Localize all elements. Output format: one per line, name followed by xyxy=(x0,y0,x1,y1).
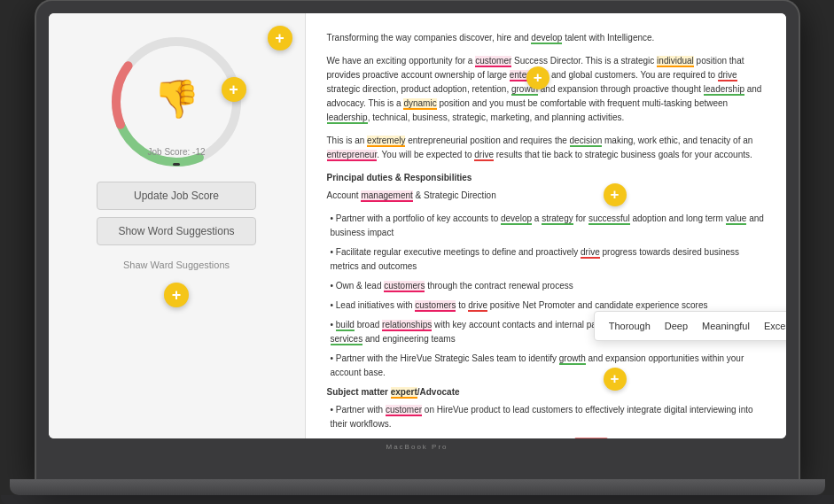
show-word-suggestions-button[interactable]: Show Word Suggestions xyxy=(97,217,256,245)
top-right-plus-button[interactable]: + xyxy=(268,26,292,50)
highlight-successful: successful xyxy=(588,213,630,225)
highlight-decision: decision xyxy=(570,136,603,147)
highlight-strong: Strong xyxy=(574,438,608,438)
bullet-6: • Partner with the HireVue Strategic Sal… xyxy=(327,352,765,380)
para-2: We have an exciting opportunity for a cu… xyxy=(327,54,765,125)
doc-plus-3[interactable]: + xyxy=(604,368,627,391)
highlight-drive3: drive xyxy=(581,247,600,259)
bullet-8: • Advocate for customers internally help… xyxy=(327,437,765,438)
para-3: This is an extremely entrepreneurial pos… xyxy=(327,134,765,162)
score-indicator xyxy=(173,163,180,166)
laptop-body: 👎 Job Score: -12 + Update Job Score Show… xyxy=(36,1,799,479)
suggestion-popup: Thorough Deep Meaningful Excellent xyxy=(594,311,786,341)
section-header-3: Subject matter expert/Advocate xyxy=(327,385,765,399)
highlight-develop2: develop xyxy=(501,213,532,225)
shaw-ward-label: Shaw Ward Suggestions xyxy=(123,260,230,270)
highlight-drive2: drive xyxy=(474,150,494,161)
suggestion-excellent[interactable]: Excellent xyxy=(760,319,786,333)
screen: 👎 Job Score: -12 + Update Job Score Show… xyxy=(49,13,786,438)
highlight-individual: individual xyxy=(657,56,694,67)
highlight-drive4: drive xyxy=(468,300,487,312)
highlight-drive1: drive xyxy=(718,70,737,81)
highlight-services: services xyxy=(331,334,363,345)
highlight-build: build xyxy=(336,320,355,331)
doc-plus-1[interactable]: + xyxy=(526,66,550,89)
thumb-down-icon: 👎 xyxy=(153,76,199,120)
highlight-leadership2: leadership xyxy=(327,112,368,124)
para-1: Transforming the way companies discover,… xyxy=(327,31,765,45)
section-header-2: Account management & Strategic Direction xyxy=(327,189,765,203)
highlight-growth2: growth xyxy=(559,353,586,365)
highlight-management: management xyxy=(361,190,412,202)
highlight-relationships: relationships xyxy=(382,320,432,331)
bottom-plus-button[interactable]: + xyxy=(164,283,189,307)
doc-plus-2[interactable]: + xyxy=(604,183,627,206)
laptop-foot xyxy=(1,495,834,504)
macbook-label: MacBook Pro xyxy=(49,438,786,451)
highlight-strategy: strategy xyxy=(542,213,573,225)
highlight-customers1: customers xyxy=(384,281,425,292)
highlight-extremely: extremely xyxy=(367,136,405,147)
suggestion-meaningful[interactable]: Meaningful xyxy=(698,319,753,333)
score-gauge: 👎 Job Score: -12 xyxy=(105,31,247,173)
bullet-1: • Partner with a portfolio of key accoun… xyxy=(327,212,765,240)
highlight-develop: develop xyxy=(531,33,562,44)
bullet-3: • Own & lead customers through the contr… xyxy=(327,279,765,293)
highlight-value: value xyxy=(726,213,747,225)
suggestion-deep[interactable]: Deep xyxy=(661,319,691,333)
highlight-entrepreneur: entrepreneur xyxy=(327,150,378,161)
bullet-2: • Facilitate regular executive meetings … xyxy=(327,245,765,274)
highlight-customer: customer xyxy=(475,56,511,67)
laptop-bottom-bar xyxy=(10,479,825,495)
update-job-score-button[interactable]: Update Job Score xyxy=(97,182,256,210)
document-content: Transforming the way companies discover,… xyxy=(327,31,765,438)
job-score-label: Job Score: -12 xyxy=(147,147,205,157)
highlight-customer2: customer xyxy=(386,405,422,416)
bullet-7: • Partner with customer on HireVue produ… xyxy=(327,403,765,431)
gauge-plus-button[interactable]: + xyxy=(222,77,246,102)
document-panel: + + + Transforming the way companies dis… xyxy=(306,13,786,438)
left-panel: 👎 Job Score: -12 + Update Job Score Show… xyxy=(49,13,306,438)
highlight-dynamic: dynamic xyxy=(403,98,436,110)
highlight-expert: expert xyxy=(391,387,417,399)
highlight-customers2: customers xyxy=(415,300,456,312)
section-header-1: Principal duties & Responsibilities xyxy=(327,171,765,185)
highlight-leadership1: leadership xyxy=(704,84,744,96)
suggestion-thorough[interactable]: Thorough xyxy=(605,319,654,333)
